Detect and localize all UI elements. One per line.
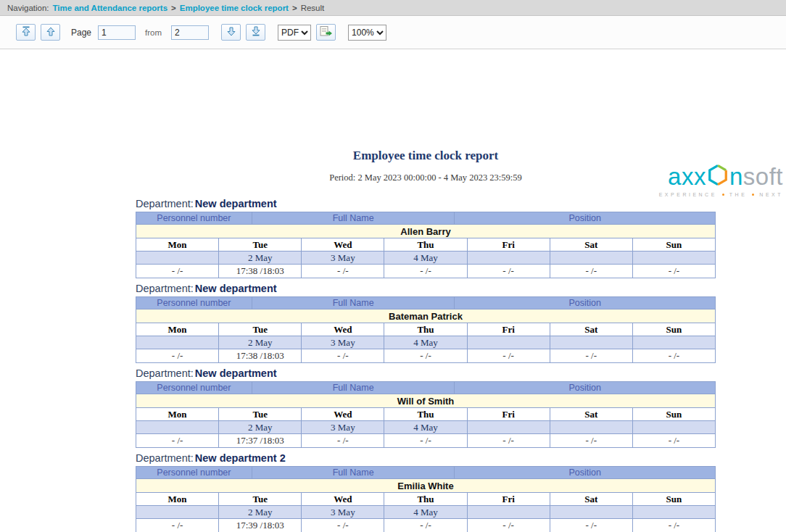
time-cell: - /- (136, 519, 219, 532)
date-row: 2 May 3 May 4 May (136, 421, 716, 434)
day-header-cell: Sun (633, 323, 716, 336)
time-cell: - /- (633, 434, 716, 448)
page-number-input[interactable] (98, 25, 136, 40)
employee-name-row: Will of Smith (136, 394, 716, 408)
weekday-header-row: Mon Tue Wed Thu Fri Sat Sun (136, 238, 716, 252)
tagline-word: NEXT (759, 192, 783, 197)
hexagon-o-icon (707, 163, 729, 189)
department-section: Department:New department Personnel numb… (136, 367, 716, 448)
time-cell: - /- (136, 265, 219, 278)
date-cell: 4 May (384, 336, 467, 349)
time-cell: - /- (550, 519, 633, 532)
time-cell: - /- (633, 349, 716, 363)
export-button[interactable] (316, 24, 336, 41)
next-page-button[interactable] (221, 24, 241, 41)
department-name: New department (195, 283, 277, 294)
day-header-cell: Tue (219, 238, 302, 252)
day-header-cell: Wed (302, 323, 384, 336)
department-name: New department (195, 198, 277, 209)
day-header-cell: Mon (136, 323, 219, 336)
last-page-button[interactable] (246, 24, 265, 41)
date-cell (550, 336, 633, 349)
column-header-full-name: Full Name (252, 382, 455, 394)
day-header-cell: Thu (384, 408, 467, 421)
employee-name: Emilia White (136, 479, 716, 493)
time-cell: - /- (468, 434, 550, 448)
date-cell: 3 May (302, 336, 384, 349)
date-cell: 2 May (219, 506, 302, 519)
employee-name-row: Emilia White (136, 479, 716, 493)
date-cell (468, 421, 550, 434)
weekday-header-row: Mon Tue Wed Thu Fri Sat Sun (136, 493, 716, 506)
time-cell: 17:39 /18:03 (219, 519, 302, 532)
time-cell: 17:38 /18:03 (219, 349, 302, 363)
department-section: Department:New department Personnel numb… (136, 198, 716, 278)
department-name: New department (195, 367, 277, 379)
day-header-cell: Mon (136, 408, 219, 421)
report-viewer: axx n soft EXPERIENCE THE NEXT Employee … (0, 149, 786, 532)
date-cell (468, 336, 550, 349)
employee-name-row: Allen Barry (136, 225, 716, 238)
date-cell (468, 252, 550, 265)
employee-name-row: Bateman Patrick (136, 309, 716, 323)
column-header-position: Position (455, 212, 716, 225)
date-cell: 4 May (384, 252, 467, 265)
day-header-cell: Mon (136, 238, 219, 252)
department-line: Department:New department 2 (136, 452, 716, 465)
logo-tagline: EXPERIENCE THE NEXT (659, 192, 783, 197)
arrow-down-icon (227, 26, 236, 39)
arrow-up-icon (46, 26, 55, 39)
date-row: 2 May 3 May 4 May (136, 252, 716, 265)
time-cell: - /- (384, 434, 467, 448)
day-header-cell: Thu (384, 493, 467, 506)
report-title: Employee time clock report (136, 149, 716, 163)
export-format-select[interactable]: PDF (278, 25, 311, 41)
breadcrumb-separator: > (292, 4, 297, 12)
tagline-dot-icon (752, 194, 754, 196)
time-cell: - /- (384, 265, 467, 278)
total-pages-input[interactable] (171, 25, 209, 40)
day-header-cell: Tue (219, 493, 302, 506)
date-cell: 3 May (302, 421, 384, 434)
time-row: - /- 17:37 /18:03 - /- - /- - /- - /- - … (136, 434, 716, 448)
date-cell: 3 May (302, 252, 384, 265)
column-header-personnel-number: Personnel number (136, 212, 252, 225)
previous-page-button[interactable] (41, 24, 60, 41)
breadcrumb-link-report[interactable]: Employee time clock report (180, 4, 289, 12)
day-header-cell: Wed (302, 238, 384, 252)
department-label: Department: (136, 367, 194, 379)
time-cell: - /- (633, 519, 716, 532)
department-name: New department 2 (195, 452, 286, 464)
from-label: from (145, 28, 162, 37)
table-header-row: Personnel number Full Name Position (136, 297, 716, 309)
time-cell: - /- (384, 349, 467, 363)
employee-table: Personnel number Full Name Position Bate… (136, 296, 716, 363)
breadcrumb-bar: Navigation: Time and Attendance reports … (0, 0, 786, 16)
day-header-cell: Thu (384, 323, 467, 336)
column-header-position: Position (455, 382, 716, 394)
day-header-cell: Fri (468, 493, 550, 506)
department-line: Department:New department (136, 198, 716, 210)
employee-name: Allen Barry (136, 225, 716, 238)
time-cell: - /- (550, 349, 633, 363)
column-header-personnel-number: Personnel number (136, 382, 252, 394)
time-cell: 17:38 /18:03 (219, 265, 302, 278)
breadcrumb-link-reports[interactable]: Time and Attendance reports (53, 4, 167, 12)
zoom-select[interactable]: 100% (348, 25, 386, 41)
employee-table: Personnel number Full Name Position Will… (136, 381, 716, 448)
time-cell: - /- (550, 434, 633, 448)
time-cell: - /- (302, 519, 384, 532)
arrow-up-to-line-icon (22, 26, 30, 39)
department-section: Department:New department Personnel numb… (136, 283, 716, 363)
table-header-row: Personnel number Full Name Position (136, 382, 716, 394)
employee-name: Bateman Patrick (136, 309, 716, 323)
logo-text-axx: axx (668, 165, 706, 188)
date-cell (550, 252, 633, 265)
day-header-cell: Tue (219, 408, 302, 421)
day-header-cell: Sat (550, 408, 633, 421)
date-cell (550, 506, 633, 519)
first-page-button[interactable] (16, 24, 36, 41)
column-header-full-name: Full Name (252, 467, 455, 479)
day-header-cell: Sun (633, 238, 716, 252)
time-cell: - /- (384, 519, 467, 532)
